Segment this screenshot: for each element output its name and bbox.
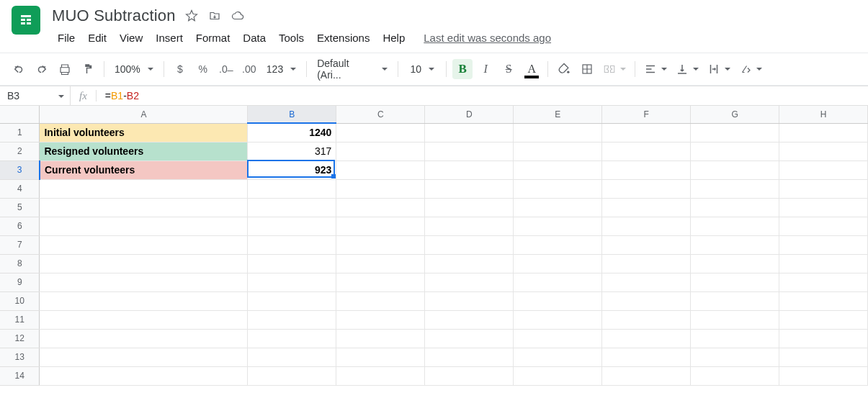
cell-H6[interactable] [779, 217, 868, 235]
cell-A13[interactable] [40, 348, 248, 366]
spreadsheet-grid[interactable]: A B C D E F G H 1 Initial volunteers 124… [0, 106, 868, 386]
cell-A11[interactable] [40, 310, 248, 329]
menu-extensions[interactable]: Extensions [311, 29, 375, 47]
cell-H2[interactable] [779, 142, 868, 160]
cell-B5[interactable] [248, 198, 336, 217]
cell-E10[interactable] [514, 291, 602, 310]
redo-button[interactable] [32, 59, 52, 79]
name-box[interactable]: B3 [0, 86, 70, 105]
cell-G8[interactable] [691, 254, 779, 273]
menu-edit[interactable]: Edit [82, 29, 112, 47]
text-color-button[interactable]: A [522, 59, 542, 79]
cell-E8[interactable] [514, 254, 602, 273]
cell-G7[interactable] [691, 235, 779, 254]
cell-H13[interactable] [779, 348, 868, 366]
cell-C10[interactable] [336, 291, 425, 310]
cell-G10[interactable] [691, 291, 779, 310]
cell-C8[interactable] [336, 254, 425, 273]
cell-B1[interactable]: 1240 [248, 123, 336, 142]
cell-B7[interactable] [248, 235, 336, 254]
cell-F13[interactable] [602, 348, 691, 366]
menu-file[interactable]: File [52, 29, 81, 47]
cell-E13[interactable] [514, 348, 602, 366]
cell-B2[interactable]: 317 [248, 142, 336, 160]
cell-B8[interactable] [248, 254, 336, 273]
cell-D9[interactable] [425, 273, 514, 291]
cell-B9[interactable] [248, 273, 336, 291]
cell-E2[interactable] [514, 142, 602, 160]
cell-G6[interactable] [691, 217, 779, 235]
cell-B10[interactable] [248, 291, 336, 310]
cell-G9[interactable] [691, 273, 779, 291]
cell-C6[interactable] [336, 217, 425, 235]
row-header-3[interactable]: 3 [0, 160, 40, 179]
cell-F5[interactable] [602, 198, 691, 217]
cell-A3[interactable]: Current volunteers [40, 160, 248, 179]
cell-H7[interactable] [779, 235, 868, 254]
cell-F4[interactable] [602, 179, 691, 198]
cell-G4[interactable] [691, 179, 779, 198]
menu-format[interactable]: Format [190, 29, 236, 47]
cell-A9[interactable] [40, 273, 248, 291]
cell-A2[interactable]: Resigned volunteers [40, 142, 248, 160]
star-icon[interactable] [184, 9, 199, 23]
decrease-decimal-button[interactable]: .0_ [216, 59, 236, 79]
cell-E1[interactable] [514, 123, 602, 142]
cell-B14[interactable] [248, 366, 336, 385]
cell-F6[interactable] [602, 217, 691, 235]
cell-A10[interactable] [40, 291, 248, 310]
cell-E4[interactable] [514, 179, 602, 198]
cell-A4[interactable] [40, 179, 248, 198]
row-header-5[interactable]: 5 [0, 198, 40, 217]
cell-G5[interactable] [691, 198, 779, 217]
cell-A14[interactable] [40, 366, 248, 385]
cell-H9[interactable] [779, 273, 868, 291]
cell-F9[interactable] [602, 273, 691, 291]
cell-G11[interactable] [691, 310, 779, 329]
cell-D3[interactable] [425, 160, 514, 179]
italic-button[interactable]: I [475, 59, 496, 79]
column-header-E[interactable]: E [514, 106, 602, 123]
column-header-F[interactable]: F [602, 106, 691, 123]
cell-H10[interactable] [779, 291, 868, 310]
cell-G2[interactable] [691, 142, 779, 160]
cell-D6[interactable] [425, 217, 514, 235]
zoom-dropdown[interactable]: 100% [110, 59, 158, 79]
cell-A5[interactable] [40, 198, 248, 217]
cell-B13[interactable] [248, 348, 336, 366]
cell-H8[interactable] [779, 254, 868, 273]
cell-E3[interactable] [514, 160, 602, 179]
vertical-align-button[interactable] [673, 59, 702, 79]
increase-decimal-button[interactable]: .00 [239, 59, 259, 79]
text-rotation-button[interactable] [736, 59, 765, 79]
cell-B12[interactable] [248, 329, 336, 348]
cell-C7[interactable] [336, 235, 425, 254]
last-edit-link[interactable]: Last edit was seconds ago [424, 32, 551, 44]
cell-D12[interactable] [425, 329, 514, 348]
row-header-4[interactable]: 4 [0, 179, 40, 198]
row-header-12[interactable]: 12 [0, 329, 40, 348]
row-header-9[interactable]: 9 [0, 273, 40, 291]
cell-F14[interactable] [602, 366, 691, 385]
cell-G13[interactable] [691, 348, 779, 366]
cell-D14[interactable] [425, 366, 514, 385]
row-header-10[interactable]: 10 [0, 291, 40, 310]
cell-B11[interactable] [248, 310, 336, 329]
menu-data[interactable]: Data [237, 29, 272, 47]
cell-C2[interactable] [336, 142, 425, 160]
currency-button[interactable]: $ [170, 59, 190, 79]
cell-G14[interactable] [691, 366, 779, 385]
cell-F11[interactable] [602, 310, 691, 329]
row-header-6[interactable]: 6 [0, 217, 40, 235]
cell-E7[interactable] [514, 235, 602, 254]
cell-D10[interactable] [425, 291, 514, 310]
cell-F10[interactable] [602, 291, 691, 310]
cell-H4[interactable] [779, 179, 868, 198]
menu-tools[interactable]: Tools [273, 29, 310, 47]
percent-button[interactable]: % [193, 59, 213, 79]
cell-C3[interactable] [336, 160, 425, 179]
select-all-corner[interactable] [0, 106, 40, 123]
cell-G1[interactable] [691, 123, 779, 142]
move-icon[interactable] [207, 9, 222, 23]
cell-F3[interactable] [602, 160, 691, 179]
